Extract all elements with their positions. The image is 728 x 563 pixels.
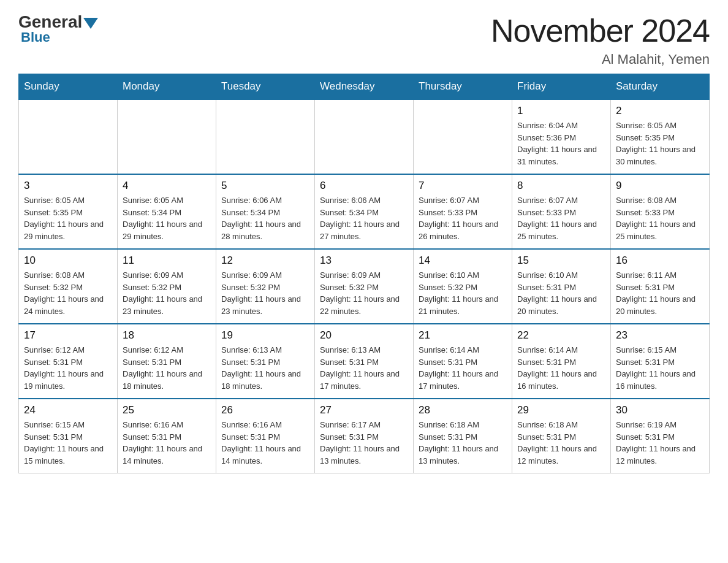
calendar-cell: 27Sunrise: 6:17 AMSunset: 5:31 PMDayligh… xyxy=(315,399,414,473)
calendar-cell: 25Sunrise: 6:16 AMSunset: 5:31 PMDayligh… xyxy=(118,399,216,473)
calendar-cell xyxy=(216,99,315,174)
calendar-header-sunday: Sunday xyxy=(19,74,118,100)
calendar-cell: 30Sunrise: 6:19 AMSunset: 5:31 PMDayligh… xyxy=(611,399,710,473)
calendar-table: SundayMondayTuesdayWednesdayThursdayFrid… xyxy=(18,74,710,473)
day-number: 27 xyxy=(320,404,408,416)
day-number: 11 xyxy=(123,255,211,267)
calendar-cell: 1Sunrise: 6:04 AMSunset: 5:36 PMDaylight… xyxy=(512,99,611,174)
logo-blue-text: Blue xyxy=(21,29,50,45)
day-number: 4 xyxy=(123,180,211,192)
calendar-cell: 12Sunrise: 6:09 AMSunset: 5:32 PMDayligh… xyxy=(216,249,315,324)
calendar-cell xyxy=(118,99,216,174)
week-row-2: 3Sunrise: 6:05 AMSunset: 5:35 PMDaylight… xyxy=(19,174,710,249)
logo: General Blue xyxy=(18,12,98,45)
page-header: General Blue November 2024 Al Malahit, Y… xyxy=(18,12,710,67)
day-info: Sunrise: 6:09 AMSunset: 5:32 PMDaylight:… xyxy=(123,269,211,317)
week-row-3: 10Sunrise: 6:08 AMSunset: 5:32 PMDayligh… xyxy=(19,249,710,324)
day-number: 9 xyxy=(616,180,704,192)
day-info: Sunrise: 6:16 AMSunset: 5:31 PMDaylight:… xyxy=(123,419,211,467)
title-block: November 2024 Al Malahit, Yemen xyxy=(491,12,710,67)
calendar-cell: 20Sunrise: 6:13 AMSunset: 5:31 PMDayligh… xyxy=(315,324,414,399)
calendar-cell: 17Sunrise: 6:12 AMSunset: 5:31 PMDayligh… xyxy=(19,324,118,399)
day-info: Sunrise: 6:13 AMSunset: 5:31 PMDaylight:… xyxy=(221,344,309,392)
day-number: 28 xyxy=(419,404,507,416)
day-info: Sunrise: 6:09 AMSunset: 5:32 PMDaylight:… xyxy=(221,269,309,317)
day-info: Sunrise: 6:14 AMSunset: 5:31 PMDaylight:… xyxy=(419,344,507,392)
calendar-header-monday: Monday xyxy=(118,74,216,100)
calendar-cell: 6Sunrise: 6:06 AMSunset: 5:34 PMDaylight… xyxy=(315,174,414,249)
day-info: Sunrise: 6:06 AMSunset: 5:34 PMDaylight:… xyxy=(221,194,309,242)
day-number: 23 xyxy=(616,329,704,342)
location-text: Al Malahit, Yemen xyxy=(491,52,710,67)
calendar-cell: 19Sunrise: 6:13 AMSunset: 5:31 PMDayligh… xyxy=(216,324,315,399)
day-number: 19 xyxy=(221,329,309,342)
calendar-cell: 4Sunrise: 6:05 AMSunset: 5:34 PMDaylight… xyxy=(118,174,216,249)
calendar-header-row: SundayMondayTuesdayWednesdayThursdayFrid… xyxy=(19,74,710,100)
day-number: 22 xyxy=(517,329,605,342)
week-row-1: 1Sunrise: 6:04 AMSunset: 5:36 PMDaylight… xyxy=(19,99,710,174)
day-info: Sunrise: 6:05 AMSunset: 5:34 PMDaylight:… xyxy=(123,194,211,242)
day-info: Sunrise: 6:07 AMSunset: 5:33 PMDaylight:… xyxy=(517,194,605,242)
calendar-cell: 3Sunrise: 6:05 AMSunset: 5:35 PMDaylight… xyxy=(19,174,118,249)
day-number: 1 xyxy=(517,105,605,117)
calendar-cell: 2Sunrise: 6:05 AMSunset: 5:35 PMDaylight… xyxy=(611,99,710,174)
day-info: Sunrise: 6:12 AMSunset: 5:31 PMDaylight:… xyxy=(24,344,112,392)
day-number: 29 xyxy=(517,404,605,416)
logo-arrow-icon xyxy=(83,18,98,29)
day-info: Sunrise: 6:12 AMSunset: 5:31 PMDaylight:… xyxy=(123,344,211,392)
calendar-cell: 16Sunrise: 6:11 AMSunset: 5:31 PMDayligh… xyxy=(611,249,710,324)
calendar-header-friday: Friday xyxy=(512,74,611,100)
day-info: Sunrise: 6:04 AMSunset: 5:36 PMDaylight:… xyxy=(517,120,605,167)
calendar-cell: 18Sunrise: 6:12 AMSunset: 5:31 PMDayligh… xyxy=(118,324,216,399)
calendar-cell: 23Sunrise: 6:15 AMSunset: 5:31 PMDayligh… xyxy=(611,324,710,399)
day-number: 18 xyxy=(123,329,211,342)
day-info: Sunrise: 6:10 AMSunset: 5:31 PMDaylight:… xyxy=(517,269,605,317)
calendar-cell: 11Sunrise: 6:09 AMSunset: 5:32 PMDayligh… xyxy=(118,249,216,324)
day-number: 24 xyxy=(24,404,112,416)
day-number: 21 xyxy=(419,329,507,342)
day-number: 13 xyxy=(320,255,408,267)
calendar-cell: 13Sunrise: 6:09 AMSunset: 5:32 PMDayligh… xyxy=(315,249,414,324)
calendar-cell: 22Sunrise: 6:14 AMSunset: 5:31 PMDayligh… xyxy=(512,324,611,399)
day-info: Sunrise: 6:19 AMSunset: 5:31 PMDaylight:… xyxy=(616,419,704,467)
day-info: Sunrise: 6:15 AMSunset: 5:31 PMDaylight:… xyxy=(616,344,704,392)
calendar-cell: 15Sunrise: 6:10 AMSunset: 5:31 PMDayligh… xyxy=(512,249,611,324)
day-info: Sunrise: 6:08 AMSunset: 5:32 PMDaylight:… xyxy=(24,269,112,317)
calendar-cell xyxy=(315,99,414,174)
day-number: 15 xyxy=(517,255,605,267)
day-info: Sunrise: 6:18 AMSunset: 5:31 PMDaylight:… xyxy=(517,419,605,467)
day-info: Sunrise: 6:13 AMSunset: 5:31 PMDaylight:… xyxy=(320,344,408,392)
calendar-cell: 5Sunrise: 6:06 AMSunset: 5:34 PMDaylight… xyxy=(216,174,315,249)
calendar-header-saturday: Saturday xyxy=(611,74,710,100)
day-number: 3 xyxy=(24,180,112,192)
calendar-cell: 24Sunrise: 6:15 AMSunset: 5:31 PMDayligh… xyxy=(19,399,118,473)
day-number: 6 xyxy=(320,180,408,192)
day-number: 17 xyxy=(24,329,112,342)
calendar-cell: 28Sunrise: 6:18 AMSunset: 5:31 PMDayligh… xyxy=(414,399,512,473)
day-info: Sunrise: 6:10 AMSunset: 5:32 PMDaylight:… xyxy=(419,269,507,317)
calendar-header-tuesday: Tuesday xyxy=(216,74,315,100)
day-info: Sunrise: 6:16 AMSunset: 5:31 PMDaylight:… xyxy=(221,419,309,467)
day-number: 8 xyxy=(517,180,605,192)
month-title: November 2024 xyxy=(491,12,710,49)
day-info: Sunrise: 6:09 AMSunset: 5:32 PMDaylight:… xyxy=(320,269,408,317)
week-row-5: 24Sunrise: 6:15 AMSunset: 5:31 PMDayligh… xyxy=(19,399,710,473)
day-info: Sunrise: 6:08 AMSunset: 5:33 PMDaylight:… xyxy=(616,194,704,242)
day-info: Sunrise: 6:11 AMSunset: 5:31 PMDaylight:… xyxy=(616,269,704,317)
day-number: 5 xyxy=(221,180,309,192)
day-number: 7 xyxy=(419,180,507,192)
week-row-4: 17Sunrise: 6:12 AMSunset: 5:31 PMDayligh… xyxy=(19,324,710,399)
day-number: 14 xyxy=(419,255,507,267)
day-number: 12 xyxy=(221,255,309,267)
day-info: Sunrise: 6:15 AMSunset: 5:31 PMDaylight:… xyxy=(24,419,112,467)
calendar-cell: 26Sunrise: 6:16 AMSunset: 5:31 PMDayligh… xyxy=(216,399,315,473)
day-info: Sunrise: 6:14 AMSunset: 5:31 PMDaylight:… xyxy=(517,344,605,392)
calendar-cell: 21Sunrise: 6:14 AMSunset: 5:31 PMDayligh… xyxy=(414,324,512,399)
calendar-cell: 7Sunrise: 6:07 AMSunset: 5:33 PMDaylight… xyxy=(414,174,512,249)
day-info: Sunrise: 6:05 AMSunset: 5:35 PMDaylight:… xyxy=(616,120,704,167)
day-number: 10 xyxy=(24,255,112,267)
day-number: 25 xyxy=(123,404,211,416)
calendar-cell: 29Sunrise: 6:18 AMSunset: 5:31 PMDayligh… xyxy=(512,399,611,473)
day-number: 26 xyxy=(221,404,309,416)
calendar-header-wednesday: Wednesday xyxy=(315,74,414,100)
